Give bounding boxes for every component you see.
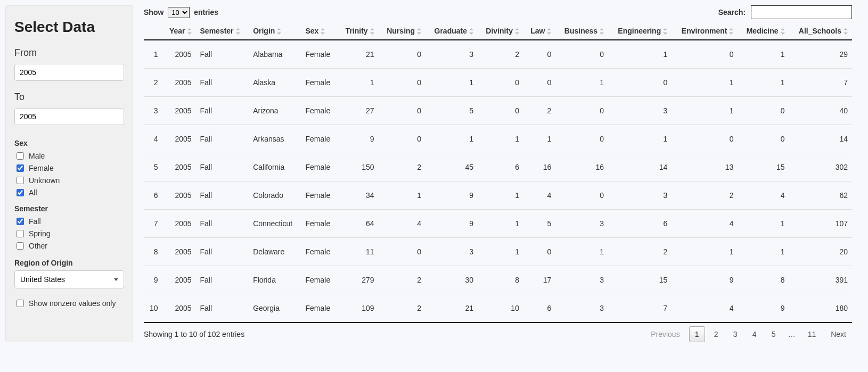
table-cell: 45: [425, 153, 478, 181]
table-cell: 9: [425, 181, 478, 210]
table-cell: 1: [478, 125, 523, 153]
column-header[interactable]: Medicine: [738, 22, 789, 40]
table-cell: Florida: [249, 266, 301, 294]
sex-option-label: Female: [29, 164, 54, 172]
table-cell: 1: [555, 69, 608, 97]
table-cell: 7: [608, 294, 672, 323]
table-cell: Fall: [196, 97, 249, 125]
table-cell: 279: [338, 266, 379, 294]
main-content: Show 10 entries Search: YearSemesterOrig…: [144, 5, 852, 342]
table-cell: Female: [301, 181, 338, 210]
sort-icon: [321, 28, 325, 35]
search-input[interactable]: [751, 5, 852, 19]
table-cell: 2005: [162, 40, 196, 69]
sex-option[interactable]: All: [14, 187, 124, 198]
semester-option[interactable]: Spring: [14, 228, 124, 239]
sex-checkbox[interactable]: [17, 164, 24, 172]
column-header[interactable]: [144, 22, 162, 40]
pagination-page[interactable]: 11: [802, 326, 822, 342]
pagination-previous[interactable]: Previous: [645, 326, 685, 342]
table-cell: 4: [672, 294, 738, 323]
pagination-page[interactable]: 4: [747, 326, 763, 342]
table-cell: 1: [425, 69, 478, 97]
table-cell: 2005: [162, 153, 196, 181]
table-cell: Arkansas: [249, 125, 301, 153]
table-cell: Female: [301, 294, 338, 323]
table-cell: 2: [478, 40, 523, 69]
column-header-label: Year: [169, 27, 185, 35]
semester-checkbox[interactable]: [17, 242, 24, 250]
table-cell: 3: [555, 266, 608, 294]
semester-option[interactable]: Other: [14, 241, 124, 251]
column-header[interactable]: Year: [162, 22, 196, 40]
semester-checkbox[interactable]: [17, 218, 24, 225]
sex-option[interactable]: Unknown: [14, 175, 124, 186]
to-input[interactable]: [14, 108, 124, 125]
column-header[interactable]: Business: [555, 22, 608, 40]
table-cell: 0: [478, 97, 523, 125]
column-header-label: Engineering: [618, 27, 661, 35]
table-cell: 9: [738, 294, 789, 323]
nonzero-label: Show nonzero values only: [29, 299, 116, 308]
table-cell: Fall: [196, 153, 249, 181]
column-header-label: Law: [530, 27, 545, 35]
table-cell: 16: [523, 153, 555, 181]
from-input[interactable]: [14, 64, 124, 81]
sex-option[interactable]: Female: [14, 163, 124, 173]
semester-checkbox[interactable]: [17, 230, 24, 237]
column-header[interactable]: Sex: [301, 22, 338, 40]
column-header-label: Trinity: [346, 27, 368, 35]
table-cell: 0: [379, 238, 425, 266]
table-cell: Fall: [196, 238, 249, 266]
semester-option[interactable]: Fall: [14, 216, 124, 227]
sex-checkbox[interactable]: [17, 189, 24, 196]
table-cell: 0: [555, 97, 608, 125]
pagination-page[interactable]: 3: [727, 326, 743, 342]
sex-option[interactable]: Male: [14, 151, 124, 161]
column-header[interactable]: All_Schools: [789, 22, 852, 40]
pagination-next[interactable]: Next: [825, 326, 852, 342]
table-cell: 40: [789, 97, 852, 125]
table-row: 92005FallFloridaFemale27923081731598391: [144, 266, 852, 294]
table-cell: 62: [789, 181, 852, 210]
column-header[interactable]: Semester: [196, 22, 249, 40]
table-cell: 1: [555, 238, 608, 266]
column-header[interactable]: Nursing: [379, 22, 425, 40]
sex-option-label: Unknown: [29, 176, 60, 185]
column-header[interactable]: Graduate: [425, 22, 478, 40]
pagination-page[interactable]: 2: [708, 326, 724, 342]
column-header[interactable]: Divinity: [478, 22, 523, 40]
table-cell: 0: [555, 125, 608, 153]
sidebar-title: Select Data: [14, 19, 124, 36]
table-cell: 107: [789, 210, 852, 238]
semester-option-label: Spring: [29, 229, 50, 238]
table-cell: 17: [523, 266, 555, 294]
table-cell: 2005: [162, 238, 196, 266]
column-header[interactable]: Environment: [672, 22, 738, 40]
table-length-control: Show 10 entries: [144, 7, 218, 18]
pagination-page[interactable]: 1: [689, 326, 705, 342]
table-cell: 2005: [162, 125, 196, 153]
nonzero-checkbox-row[interactable]: Show nonzero values only: [14, 298, 124, 309]
sex-checkbox[interactable]: [17, 177, 24, 184]
table-cell: Georgia: [249, 294, 301, 323]
table-cell: Connecticut: [249, 210, 301, 238]
table-cell: 11: [338, 238, 379, 266]
column-header[interactable]: Engineering: [608, 22, 672, 40]
column-header[interactable]: Law: [523, 22, 555, 40]
region-select[interactable]: United States: [14, 270, 124, 288]
table-cell: Female: [301, 238, 338, 266]
table-cell: 2: [379, 294, 425, 323]
nonzero-checkbox[interactable]: [17, 300, 24, 307]
table-row: 32005FallArizonaFemale270502031040: [144, 97, 852, 125]
sex-checkbox[interactable]: [17, 152, 24, 160]
table-cell: 4: [738, 181, 789, 210]
column-header[interactable]: Origin: [249, 22, 301, 40]
sidebar: Select Data From To Sex MaleFemaleUnknow…: [5, 5, 133, 342]
pagination-page[interactable]: 5: [766, 326, 782, 342]
length-select[interactable]: 10: [168, 7, 190, 18]
table-cell: 13: [672, 153, 738, 181]
column-header[interactable]: Trinity: [338, 22, 379, 40]
length-suffix: entries: [194, 8, 218, 16]
table-cell: 9: [425, 210, 478, 238]
